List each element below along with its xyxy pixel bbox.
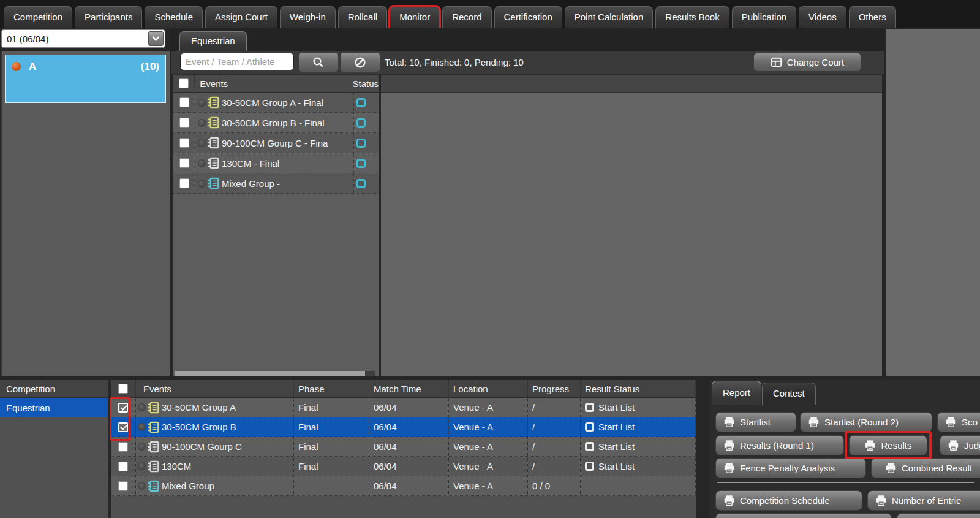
radio-icon — [198, 139, 206, 147]
events-list-panel: Events Status 30-50CM Group A - Final 30… — [173, 74, 379, 376]
event-row[interactable]: Mixed Group - — [173, 173, 379, 194]
tab-competition[interactable]: Competition — [4, 6, 72, 28]
print-fence-penalty-analysis-button[interactable]: Fence Penalty Analysis — [715, 458, 866, 478]
tab-participants[interactable]: Participants — [75, 6, 142, 28]
cell-progress: / — [528, 417, 581, 436]
row-checkbox[interactable] — [118, 442, 128, 452]
radio-icon — [138, 443, 146, 451]
col-header-progress: Progress — [528, 380, 581, 397]
tab-weigh-in[interactable]: Weigh-in — [280, 6, 336, 28]
table-row-selected[interactable]: 30-50CM Group B Final 06/04 Venue - A / … — [111, 417, 696, 437]
row-checkbox-checked[interactable] — [118, 422, 128, 432]
event-checkbox[interactable] — [179, 138, 189, 148]
court-card-a[interactable]: A (10) — [5, 55, 166, 103]
notebook-icon — [148, 421, 160, 433]
row-checkbox-checked[interactable] — [118, 403, 128, 413]
print-judge-button[interactable]: Judg — [940, 435, 980, 455]
print-number-of-entries-button[interactable]: Number of Entrie — [867, 490, 980, 511]
court-event-count: (10) — [141, 61, 159, 73]
row-checkbox[interactable] — [118, 481, 128, 491]
event-checkbox[interactable] — [179, 97, 189, 107]
event-checkbox[interactable] — [179, 158, 189, 168]
table-row[interactable]: Mixed Group 06/04 Venue - A 0 / 0 — [111, 476, 696, 496]
event-label: 90-100CM Gourp C — [162, 441, 242, 452]
event-row[interactable]: 130CM - Final — [173, 153, 379, 173]
competition-panel: Competition Equestrian — [0, 380, 109, 518]
block-icon — [353, 56, 367, 69]
tab-equestrian-active[interactable]: Equestrian — [179, 31, 247, 51]
tab-assign-court[interactable]: Assign Court — [205, 6, 277, 28]
cell-phase: Final — [294, 398, 369, 417]
tab-others[interactable]: Others — [849, 6, 896, 28]
cell-result-status: Start List — [598, 441, 635, 452]
print-startlist-button[interactable]: Startlist — [715, 412, 796, 432]
search-button[interactable] — [298, 52, 339, 72]
change-court-label: Change Court — [787, 57, 844, 67]
tab-schedule[interactable]: Schedule — [145, 6, 203, 28]
col-header-phase: Phase — [294, 380, 369, 397]
cell-match-time: 06/04 — [369, 417, 449, 436]
print-competition-schedule-button[interactable]: Competition Schedule — [715, 490, 862, 511]
session-dropdown-value: 01 (06/04) — [2, 34, 148, 44]
tab-contest[interactable]: Contest — [762, 383, 816, 405]
table-row[interactable]: 130CM Final 06/04 Venue - A / Start List — [111, 457, 696, 476]
event-checkbox[interactable] — [179, 118, 189, 128]
printer-icon — [945, 416, 957, 428]
cell-result-status: Start List — [598, 402, 635, 413]
select-all-checkbox[interactable] — [118, 384, 128, 394]
notebook-icon — [148, 441, 160, 453]
report-button-partial[interactable] — [715, 513, 892, 518]
clear-search-button[interactable] — [340, 52, 380, 72]
print-results-round1-button[interactable]: Results (Round 1) — [715, 435, 844, 455]
event-row[interactable]: 90-100CM Gourp C - Fina — [173, 133, 379, 153]
button-label: Combined Result — [902, 463, 972, 473]
cell-location: Venue - A — [449, 457, 528, 476]
report-button-partial[interactable] — [897, 513, 980, 518]
cell-phase — [294, 476, 369, 495]
horizontal-scrollbar[interactable] — [175, 371, 375, 376]
cell-match-time: 06/04 — [369, 476, 449, 495]
event-checkbox[interactable] — [179, 178, 189, 188]
tab-record[interactable]: Record — [442, 6, 491, 28]
tab-point-calculation[interactable]: Point Calculation — [565, 6, 654, 28]
printer-icon — [948, 440, 959, 451]
print-startlist-round2-button[interactable]: Startlist (Round 2) — [800, 412, 932, 432]
cell-location: Venue - A — [449, 398, 528, 417]
table-row[interactable]: 30-50CM Group A Final 06/04 Venue - A / … — [111, 398, 696, 417]
session-dropdown[interactable]: 01 (06/04) — [1, 29, 165, 48]
scrollbar-thumb[interactable] — [365, 371, 375, 376]
print-results-button[interactable]: Results — [849, 435, 927, 455]
event-label: 30-50CM Group A - Final — [222, 97, 323, 108]
cell-phase: Final — [294, 417, 369, 436]
tab-publication[interactable]: Publication — [732, 6, 796, 28]
print-scoresheet-button[interactable]: Sco — [937, 412, 980, 432]
dropdown-arrow-button[interactable] — [148, 31, 164, 46]
cell-match-time: 06/04 — [369, 437, 449, 456]
events-list-header: Events Status — [173, 75, 379, 93]
status-column-header: Status — [350, 75, 379, 92]
search-icon — [312, 56, 325, 69]
event-row[interactable]: 30-50CM Group A - Final — [173, 93, 379, 113]
tab-videos[interactable]: Videos — [799, 6, 846, 28]
tab-rollcall[interactable]: Rollcall — [338, 6, 387, 28]
events-summary: Total: 10, Finished: 0, Pending: 10 — [385, 52, 524, 72]
radio-icon — [198, 119, 206, 127]
competition-row-selected[interactable]: Equestrian — [0, 398, 108, 417]
tab-certification[interactable]: Certification — [494, 6, 562, 28]
tab-results-book[interactable]: Results Book — [655, 6, 729, 28]
table-row[interactable]: 90-100CM Gourp C Final 06/04 Venue - A /… — [111, 437, 696, 457]
change-court-button[interactable]: Change Court — [753, 53, 861, 72]
tab-report-active[interactable]: Report — [712, 381, 761, 405]
monitor-content-panel — [381, 74, 882, 376]
radio-icon — [138, 423, 146, 431]
row-checkbox[interactable] — [118, 462, 128, 471]
search-input[interactable] — [180, 53, 294, 70]
radio-icon — [138, 462, 146, 470]
status-box-icon — [356, 118, 366, 128]
select-all-checkbox[interactable] — [179, 78, 189, 88]
tab-monitor-active[interactable]: Monitor — [390, 6, 440, 28]
printer-icon — [875, 495, 887, 506]
notebook-icon — [148, 480, 160, 492]
event-row[interactable]: 30-50CM Group B - Final — [173, 113, 379, 133]
print-combined-result-button[interactable]: Combined Result — [871, 458, 980, 478]
